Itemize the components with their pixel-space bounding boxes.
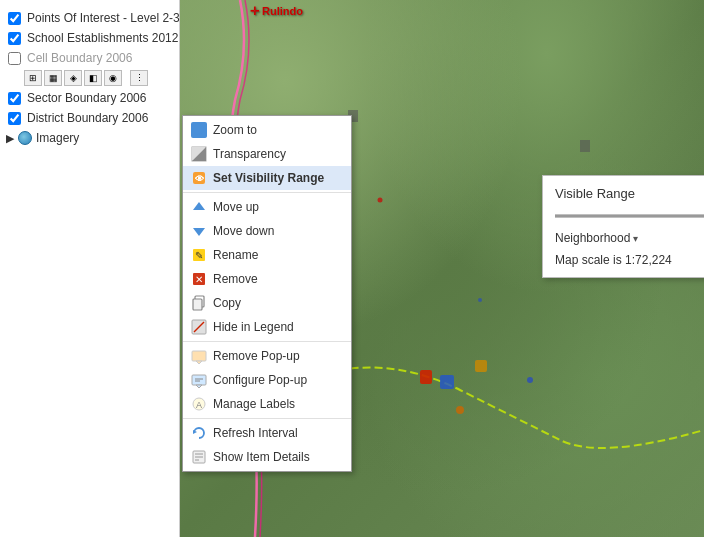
globe-icon <box>18 131 32 145</box>
menu-transparency[interactable]: Transparency <box>183 142 351 166</box>
layer-cell-toolbar: ⊞ ▦ ◈ ◧ ◉ ⋮ <box>0 68 179 88</box>
configure-popup-icon <box>191 372 207 388</box>
menu-configure-popup[interactable]: Configure Pop-up <box>183 368 351 392</box>
menu-set-visibility[interactable]: 👁 Set Visibility Range <box>183 166 351 190</box>
menu-refresh-interval[interactable]: Refresh Interval <box>183 421 351 445</box>
layer-panel: Points Of Interest - Level 2-3 School Es… <box>0 0 180 537</box>
vr-header: Visible Range Suggest <box>555 186 704 201</box>
svg-rect-28 <box>192 351 206 361</box>
svg-point-1 <box>378 198 383 203</box>
menu-move-up[interactable]: Move up <box>183 195 351 219</box>
menu-hide-legend-label: Hide in Legend <box>213 320 294 334</box>
svg-marker-19 <box>193 228 205 236</box>
divider-2 <box>183 341 351 342</box>
menu-zoom-to[interactable]: Zoom to <box>183 118 351 142</box>
rename-icon: ✎ <box>191 247 207 263</box>
remove-icon: ✕ <box>191 271 207 287</box>
toolbar-btn-3[interactable]: ◈ <box>64 70 82 86</box>
layer-imagery[interactable]: ▶ Imagery <box>0 128 179 148</box>
menu-remove-label: Remove <box>213 272 258 286</box>
menu-set-visibility-label: Set Visibility Range <box>213 171 324 185</box>
svg-line-12 <box>202 133 206 137</box>
vr-left-value: Neighborhood <box>555 231 630 245</box>
manage-labels-icon: A <box>191 396 207 412</box>
remove-popup-icon <box>191 348 207 364</box>
copy-icon <box>191 295 207 311</box>
menu-remove-popup[interactable]: Remove Pop-up <box>183 344 351 368</box>
menu-configure-popup-label: Configure Pop-up <box>213 373 307 387</box>
toolbar-btn-1[interactable]: ⊞ <box>24 70 42 86</box>
layer-cell[interactable]: Cell Boundary 2006 <box>0 48 179 68</box>
svg-point-2 <box>478 298 482 302</box>
svg-text:✕: ✕ <box>195 274 203 285</box>
layer-district[interactable]: District Boundary 2006 <box>0 108 179 128</box>
layer-school-label: School Establishments 2012 <box>27 31 178 45</box>
menu-show-item-details-label: Show Item Details <box>213 450 310 464</box>
layer-district-checkbox[interactable] <box>8 112 21 125</box>
expand-arrow[interactable]: ▶ <box>6 132 14 145</box>
menu-refresh-interval-label: Refresh Interval <box>213 426 298 440</box>
svg-rect-30 <box>192 375 206 385</box>
menu-copy[interactable]: Copy <box>183 291 351 315</box>
svg-rect-6 <box>580 140 590 152</box>
toolbar-btn-6[interactable]: ⋮ <box>130 70 148 86</box>
svg-rect-7 <box>420 370 432 384</box>
menu-transparency-label: Transparency <box>213 147 286 161</box>
menu-show-item-details[interactable]: Show Item Details <box>183 445 351 469</box>
zoom-icon <box>191 122 207 138</box>
menu-move-down-label: Move down <box>213 224 274 238</box>
menu-rename[interactable]: ✎ Rename <box>183 243 351 267</box>
svg-point-3 <box>527 377 533 383</box>
menu-rename-label: Rename <box>213 248 258 262</box>
move-down-icon <box>191 223 207 239</box>
menu-zoom-to-label: Zoom to <box>213 123 257 137</box>
vr-slider[interactable] <box>555 207 704 225</box>
toolbar-btn-4[interactable]: ◧ <box>84 70 102 86</box>
details-icon <box>191 449 207 465</box>
city-label: ✛ Rulindo <box>250 5 303 18</box>
layer-sector-label: Sector Boundary 2006 <box>27 91 146 105</box>
svg-marker-18 <box>193 202 205 210</box>
svg-rect-25 <box>193 299 202 310</box>
menu-remove-popup-label: Remove Pop-up <box>213 349 300 363</box>
context-menu: Zoom to Transparency 👁 Set Visibility Ra… <box>182 115 352 472</box>
menu-copy-label: Copy <box>213 296 241 310</box>
menu-move-up-label: Move up <box>213 200 259 214</box>
vr-dropdowns: Neighborhood ▾ Room ▾ <box>555 231 704 245</box>
move-up-icon <box>191 199 207 215</box>
layer-imagery-label: Imagery <box>36 131 79 145</box>
layer-poi-checkbox[interactable] <box>8 12 21 25</box>
layer-district-label: District Boundary 2006 <box>27 111 148 125</box>
layer-sector-checkbox[interactable] <box>8 92 21 105</box>
menu-remove[interactable]: ✕ Remove <box>183 267 351 291</box>
vr-scale: Map scale is 1:72,224 <box>555 253 704 267</box>
svg-text:✎: ✎ <box>195 250 203 261</box>
hide-icon <box>191 319 207 335</box>
divider-1 <box>183 192 351 193</box>
toolbar-btn-2[interactable]: ▦ <box>44 70 62 86</box>
svg-rect-8 <box>440 375 454 389</box>
svg-point-4 <box>456 406 464 414</box>
layer-cell-checkbox[interactable] <box>8 52 21 65</box>
menu-manage-labels[interactable]: A Manage Labels <box>183 392 351 416</box>
layer-poi-label: Points Of Interest - Level 2-3 <box>27 11 180 25</box>
layer-school-checkbox[interactable] <box>8 32 21 45</box>
visible-range-popup: Visible Range Suggest Neighborhood ▾ Roo… <box>542 175 704 278</box>
menu-move-down[interactable]: Move down <box>183 219 351 243</box>
menu-manage-labels-label: Manage Labels <box>213 397 295 411</box>
layer-cell-label: Cell Boundary 2006 <box>27 51 132 65</box>
layer-school[interactable]: School Establishments 2012 <box>0 28 179 48</box>
visibility-icon: 👁 <box>191 170 207 186</box>
menu-hide-legend[interactable]: Hide in Legend <box>183 315 351 339</box>
svg-point-11 <box>193 124 203 134</box>
layer-poi[interactable]: Points Of Interest - Level 2-3 <box>0 8 179 28</box>
svg-rect-9 <box>475 360 487 372</box>
refresh-icon <box>191 425 207 441</box>
layer-sector[interactable]: Sector Boundary 2006 <box>0 88 179 108</box>
toolbar-btn-5[interactable]: ◉ <box>104 70 122 86</box>
svg-marker-29 <box>196 361 202 364</box>
vr-left-arrow: ▾ <box>633 233 638 244</box>
vr-left-dropdown[interactable]: Neighborhood ▾ <box>555 231 638 245</box>
svg-marker-31 <box>196 385 202 388</box>
vr-title: Visible Range <box>555 186 635 201</box>
